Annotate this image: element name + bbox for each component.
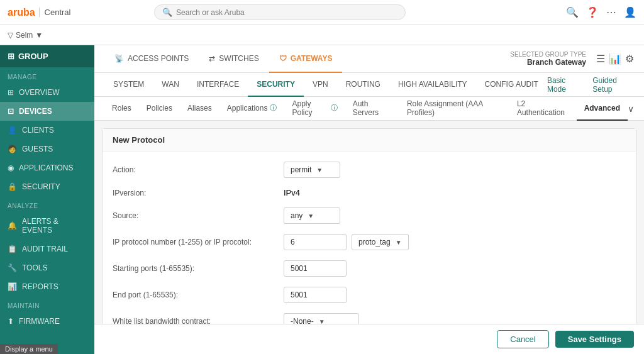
inner-nav-role-assignment[interactable]: Role Assignment (AAA Profiles): [399, 97, 509, 121]
tab-security[interactable]: SECURITY: [248, 73, 304, 97]
selected-group: SELECTED GROUP TYPE Branch Gateway: [510, 51, 586, 67]
form-area: New Protocol Action: permit ▼: [94, 121, 644, 324]
starting-ports-control: [284, 260, 347, 277]
sidebar-item-overview[interactable]: ⊞ OVERVIEW: [0, 83, 94, 102]
end-port-control: [284, 287, 347, 303]
save-settings-button[interactable]: Save Settings: [555, 331, 634, 348]
inner-nav-applications[interactable]: Applications ⓘ: [219, 97, 285, 121]
apps-icon[interactable]: ⋯: [606, 6, 616, 18]
proto-tag-value: proto_tag: [358, 238, 391, 246]
tab-interface[interactable]: INTERFACE: [188, 73, 248, 97]
sidebar-item-devices[interactable]: ⊡ DEVICES: [0, 102, 94, 121]
access-points-icon: 📡: [114, 54, 124, 63]
tab-wan[interactable]: WAN: [153, 73, 188, 97]
group-icon: ⊞: [8, 52, 14, 61]
reports-icon: 📊: [8, 282, 17, 291]
action-select[interactable]: permit ▼: [284, 162, 340, 178]
source-chevron-icon: ▼: [308, 213, 314, 219]
action-chevron-icon: ▼: [316, 167, 323, 174]
audit-icon: 📋: [8, 245, 17, 253]
whitelist-value: -None-: [291, 317, 314, 324]
whitelist-select[interactable]: -None- ▼: [284, 313, 359, 324]
tab-routing[interactable]: ROUTING: [337, 73, 389, 97]
gateways-icon: 🛡: [279, 54, 287, 63]
ipversion-label: IPversion:: [113, 189, 276, 197]
inner-nav-chevron[interactable]: ∨: [628, 104, 634, 114]
content-area: 📡 ACCESS POINTS ⇄ SWITCHES 🛡 GATEWAYS SE…: [94, 45, 644, 354]
list-view-icon[interactable]: ☰: [596, 53, 605, 65]
user-filter[interactable]: ▽ Selm ▼: [8, 31, 43, 40]
inner-nav-roles[interactable]: Roles: [104, 97, 139, 121]
group-type-info: SELECTED GROUP TYPE Branch Gateway ☰ 📊 ⚙: [510, 51, 634, 67]
ip-protocol-row: IP protocol number (1-255) or IP procoto…: [113, 234, 626, 250]
end-port-input[interactable]: [284, 287, 347, 303]
search-input[interactable]: [176, 8, 302, 17]
chart-view-icon[interactable]: 📊: [609, 53, 621, 65]
sidebar: ⊞ GROUP MANAGE ⊞ OVERVIEW ⊡ DEVICES 👤 CL…: [0, 45, 94, 354]
guests-label: GUESTS: [22, 145, 53, 153]
sidebar-item-guests[interactable]: 🧑 GUESTS: [0, 140, 94, 158]
proto-tag-chevron-icon: ▼: [396, 239, 402, 246]
reports-label: REPORTS: [22, 282, 58, 291]
security-label: SECURITY: [22, 182, 60, 191]
inner-nav-auth-servers[interactable]: Auth Servers: [345, 97, 399, 121]
inner-nav-policies[interactable]: Policies: [139, 97, 180, 121]
selected-group-label: SELECTED GROUP TYPE: [510, 51, 586, 58]
devices-icon: ⊡: [8, 107, 14, 116]
sidebar-item-alerts[interactable]: 🔔 ALERTS & EVENTS: [0, 212, 94, 240]
ip-protocol-control: proto_tag ▼: [284, 234, 409, 250]
tab-vpn[interactable]: VPN: [304, 73, 337, 97]
source-select[interactable]: any ▼: [284, 207, 340, 224]
help-icon[interactable]: ❓: [586, 6, 599, 18]
user-icon[interactable]: 👤: [624, 6, 636, 18]
starting-ports-input[interactable]: [284, 260, 347, 277]
applications-icon: ◉: [8, 163, 14, 172]
sidebar-item-firmware[interactable]: ⬆ FIRMWARE: [0, 312, 94, 331]
sidebar-item-audit[interactable]: 📋 AUDIT TRAIL: [0, 240, 94, 258]
tab-config-audit[interactable]: CONFIG AUDIT: [476, 73, 547, 97]
inner-nav-l2-auth[interactable]: L2 Authentication: [509, 97, 577, 121]
firmware-label: FIRMWARE: [19, 317, 60, 326]
whitelist-chevron-icon: ▼: [319, 318, 325, 324]
tab-gateways[interactable]: 🛡 GATEWAYS: [269, 45, 343, 73]
action-control: permit ▼: [284, 162, 340, 178]
search-top-icon[interactable]: 🔍: [566, 6, 579, 18]
tools-label: TOOLS: [22, 263, 47, 272]
tab-system[interactable]: SYSTEM: [104, 73, 153, 97]
alerts-icon: 🔔: [8, 221, 17, 230]
sidebar-item-applications[interactable]: ◉ APPLICATIONS: [0, 158, 94, 177]
settings-view-icon[interactable]: ⚙: [625, 53, 634, 65]
central-text: Central: [39, 8, 71, 17]
sidebar-item-security[interactable]: 🔒 SECURITY: [0, 177, 94, 196]
ip-protocol-label: IP protocol number (1-255) or IP procoto…: [113, 238, 276, 246]
sidebar-item-tools[interactable]: 🔧 TOOLS: [0, 258, 94, 277]
source-label: Source:: [113, 211, 276, 220]
inner-nav-aliases[interactable]: Aliases: [180, 97, 219, 121]
sidebar-header-label: GROUP: [18, 52, 48, 61]
clients-icon: 👤: [8, 126, 17, 135]
aruba-logo: aruba: [8, 7, 35, 18]
inner-nav-apply-policy[interactable]: Apply Policy ⓘ: [284, 97, 345, 121]
sidebar-item-clients[interactable]: 👤 CLIENTS: [0, 121, 94, 140]
starting-ports-row: Starting ports (1-65535):: [113, 260, 626, 277]
tab-access-points[interactable]: 📡 ACCESS POINTS: [104, 45, 199, 73]
inner-nav-advanced[interactable]: Advanced: [577, 97, 628, 121]
filter-chevron-icon: ▼: [35, 31, 43, 40]
gateways-label: GATEWAYS: [291, 54, 333, 63]
guided-setup-link[interactable]: Guided Setup: [592, 76, 634, 94]
cancel-button[interactable]: Cancel: [497, 330, 548, 348]
filter-icon: ▽: [8, 31, 13, 40]
devices-label: DEVICES: [19, 107, 52, 116]
sidebar-item-reports[interactable]: 📊 REPORTS: [0, 277, 94, 296]
search-bar[interactable]: 🔍: [154, 4, 406, 20]
source-row: Source: any ▼: [113, 207, 626, 224]
user-name: Selm: [16, 31, 33, 40]
tab-switches[interactable]: ⇄ SWITCHES: [199, 45, 269, 73]
ip-protocol-input[interactable]: [284, 234, 347, 250]
view-icons: ☰ 📊 ⚙: [596, 53, 634, 65]
proto-tag-select[interactable]: proto_tag ▼: [352, 234, 409, 250]
switches-icon: ⇄: [209, 54, 215, 63]
whitelist-control: -None- ▼: [284, 313, 359, 324]
basic-mode-link[interactable]: Basic Mode: [547, 76, 582, 94]
tab-high-availability[interactable]: HIGH AVAILABILITY: [389, 73, 476, 97]
